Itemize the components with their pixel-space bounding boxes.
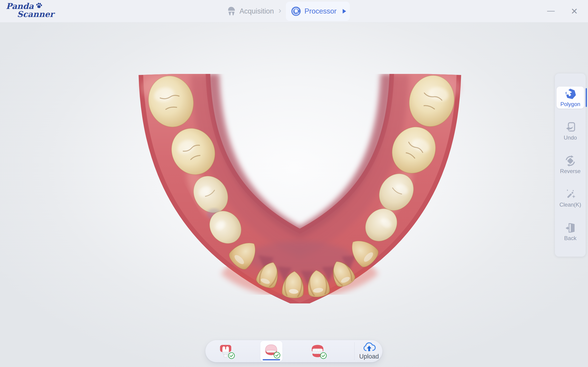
tool-clean-label: Clean(K)	[560, 201, 581, 208]
paw-icon	[35, 2, 43, 9]
window-controls: — ✕	[546, 0, 579, 23]
edit-tool-panel: Polygon Undo Reverse	[555, 74, 586, 257]
brand-logo: Panda Scanner	[6, 2, 54, 19]
workflow-steps: Acquisition › Processor	[226, 0, 350, 23]
close-button[interactable]: ✕	[569, 7, 579, 16]
tool-clean[interactable]: Clean(K)	[556, 187, 584, 209]
processor-icon	[291, 6, 301, 16]
magic-wand-icon	[564, 188, 576, 200]
tool-back[interactable]: Back	[556, 221, 584, 242]
thumbnail-crown-die[interactable]	[218, 344, 233, 359]
tool-back-label: Back	[564, 235, 576, 242]
thumbnail-selected-highlight	[260, 341, 282, 361]
check-complete-icon	[320, 352, 327, 359]
polygon-select-icon	[564, 88, 576, 100]
undo-icon	[564, 121, 576, 133]
tool-polygon-label: Polygon	[561, 101, 580, 108]
bottom-bar-divider	[354, 342, 355, 360]
brand-line2: Scanner	[17, 10, 54, 19]
upload-button[interactable]: Upload	[357, 340, 381, 362]
titlebar: Panda Scanner Ac	[0, 0, 588, 23]
thumbnail-jaw-scan-selected[interactable]	[264, 343, 279, 358]
chevron-right-icon: ›	[278, 6, 281, 17]
scan-results-bar: Upload	[205, 340, 382, 362]
app-window: Panda Scanner Ac	[0, 0, 588, 367]
tool-polygon[interactable]: Polygon	[556, 86, 584, 108]
check-complete-icon	[228, 352, 235, 359]
check-complete-icon	[273, 352, 281, 359]
tooth-icon	[226, 6, 236, 17]
upload-button-label: Upload	[359, 353, 379, 360]
play-arrow-icon[interactable]	[343, 9, 346, 14]
tab-processor-label: Processor	[304, 7, 337, 15]
tool-undo[interactable]: Undo	[556, 120, 584, 142]
tab-acquisition-label: Acquisition	[239, 7, 274, 15]
tool-undo-label: Undo	[564, 134, 577, 141]
exit-door-icon	[564, 222, 576, 234]
tool-reverse[interactable]: Reverse	[556, 154, 584, 175]
viewport-3d[interactable]: Polygon Undo Reverse	[0, 23, 588, 367]
tab-processor[interactable]: Processor	[286, 2, 350, 21]
thumbnail-occlusion[interactable]	[310, 344, 325, 359]
dental-model-lower-jaw[interactable]	[133, 74, 467, 303]
tool-reverse-label: Reverse	[560, 168, 580, 175]
cloud-upload-icon	[362, 342, 376, 353]
reverse-flip-icon	[564, 155, 576, 167]
tab-acquisition[interactable]: Acquisition	[226, 6, 274, 17]
minimize-button[interactable]: —	[546, 7, 556, 16]
